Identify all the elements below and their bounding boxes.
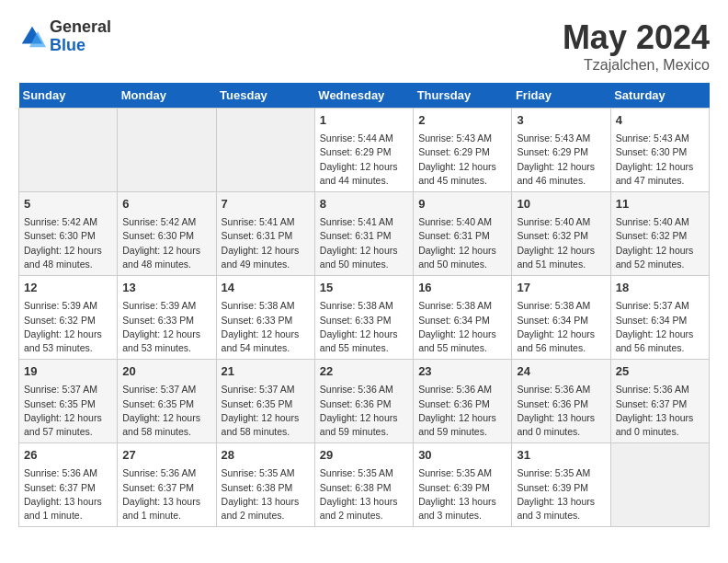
day-number: 22 [320, 363, 408, 380]
day-info: Sunrise: 5:42 AMSunset: 6:30 PMDaylight:… [122, 215, 210, 271]
day-number: 8 [320, 196, 408, 213]
calendar-cell: 9Sunrise: 5:40 AMSunset: 6:31 PMDaylight… [414, 192, 512, 276]
calendar-cell: 31Sunrise: 5:35 AMSunset: 6:39 PMDayligh… [512, 443, 610, 527]
calendar-cell: 7Sunrise: 5:41 AMSunset: 6:31 PMDaylight… [216, 192, 314, 276]
day-info: Sunrise: 5:43 AMSunset: 6:29 PMDaylight:… [517, 132, 605, 188]
logo-general-text: General [50, 18, 111, 37]
day-info: Sunrise: 5:36 AMSunset: 6:36 PMDaylight:… [320, 383, 408, 439]
calendar-cell: 10Sunrise: 5:40 AMSunset: 6:32 PMDayligh… [512, 192, 610, 276]
day-info: Sunrise: 5:35 AMSunset: 6:39 PMDaylight:… [517, 466, 605, 523]
day-info: Sunrise: 5:39 AMSunset: 6:33 PMDaylight:… [122, 299, 210, 355]
logo-icon [18, 23, 46, 51]
day-info: Sunrise: 5:43 AMSunset: 6:29 PMDaylight:… [418, 132, 506, 188]
calendar-cell: 5Sunrise: 5:42 AMSunset: 6:30 PMDaylight… [19, 192, 118, 276]
day-info: Sunrise: 5:41 AMSunset: 6:31 PMDaylight:… [320, 215, 408, 271]
calendar-cell: 26Sunrise: 5:36 AMSunset: 6:37 PMDayligh… [19, 443, 118, 527]
day-number: 21 [222, 363, 310, 380]
day-info: Sunrise: 5:37 AMSunset: 6:35 PMDaylight:… [122, 383, 210, 439]
week-row-2: 5Sunrise: 5:42 AMSunset: 6:30 PMDaylight… [19, 192, 710, 276]
calendar-cell: 30Sunrise: 5:35 AMSunset: 6:39 PMDayligh… [414, 443, 512, 527]
day-info: Sunrise: 5:38 AMSunset: 6:34 PMDaylight:… [517, 299, 605, 355]
day-number: 20 [122, 363, 210, 380]
day-info: Sunrise: 5:42 AMSunset: 6:30 PMDaylight:… [24, 215, 112, 271]
day-number: 12 [24, 280, 112, 296]
calendar-header: SundayMondayTuesdayWednesdayThursdayFrid… [19, 83, 710, 109]
day-info: Sunrise: 5:35 AMSunset: 6:38 PMDaylight:… [222, 466, 310, 523]
calendar-cell: 3Sunrise: 5:43 AMSunset: 6:29 PMDaylight… [512, 109, 610, 192]
calendar-cell: 27Sunrise: 5:36 AMSunset: 6:37 PMDayligh… [118, 443, 216, 527]
calendar-table: SundayMondayTuesdayWednesdayThursdayFrid… [18, 83, 710, 527]
day-number: 3 [517, 112, 605, 129]
day-info: Sunrise: 5:43 AMSunset: 6:30 PMDaylight:… [616, 132, 704, 188]
header-day-sunday: Sunday [19, 83, 118, 109]
header-day-friday: Friday [512, 83, 610, 109]
day-info: Sunrise: 5:36 AMSunset: 6:37 PMDaylight:… [616, 383, 704, 439]
calendar-cell: 16Sunrise: 5:38 AMSunset: 6:34 PMDayligh… [414, 276, 512, 360]
day-number: 28 [222, 447, 310, 464]
header-day-saturday: Saturday [610, 83, 709, 109]
day-info: Sunrise: 5:40 AMSunset: 6:32 PMDaylight:… [517, 215, 605, 271]
day-number: 23 [418, 363, 506, 380]
day-number: 19 [24, 363, 112, 380]
day-number: 2 [418, 112, 506, 129]
day-info: Sunrise: 5:37 AMSunset: 6:35 PMDaylight:… [24, 383, 112, 439]
day-number: 17 [517, 280, 605, 296]
day-number: 10 [517, 196, 605, 213]
day-info: Sunrise: 5:38 AMSunset: 6:33 PMDaylight:… [320, 299, 408, 355]
page-header: General Blue May 2024 Tzajalchen, Mexico [18, 18, 710, 74]
day-number: 14 [222, 280, 310, 296]
day-number: 15 [320, 280, 408, 296]
calendar-cell: 14Sunrise: 5:38 AMSunset: 6:33 PMDayligh… [216, 276, 314, 360]
day-info: Sunrise: 5:36 AMSunset: 6:36 PMDaylight:… [418, 383, 506, 439]
day-info: Sunrise: 5:38 AMSunset: 6:33 PMDaylight:… [222, 299, 310, 355]
day-info: Sunrise: 5:40 AMSunset: 6:32 PMDaylight:… [616, 215, 704, 271]
calendar-cell: 22Sunrise: 5:36 AMSunset: 6:36 PMDayligh… [314, 360, 413, 443]
calendar-cell: 12Sunrise: 5:39 AMSunset: 6:32 PMDayligh… [19, 276, 118, 360]
day-info: Sunrise: 5:38 AMSunset: 6:34 PMDaylight:… [418, 299, 506, 355]
calendar-cell: 6Sunrise: 5:42 AMSunset: 6:30 PMDaylight… [118, 192, 216, 276]
day-number: 7 [222, 196, 310, 213]
day-number: 24 [517, 363, 605, 380]
day-number: 27 [122, 447, 210, 464]
day-info: Sunrise: 5:39 AMSunset: 6:32 PMDaylight:… [24, 299, 112, 355]
location: Tzajalchen, Mexico [563, 57, 710, 74]
day-info: Sunrise: 5:36 AMSunset: 6:36 PMDaylight:… [517, 383, 605, 439]
calendar-cell: 18Sunrise: 5:37 AMSunset: 6:34 PMDayligh… [610, 276, 709, 360]
day-info: Sunrise: 5:36 AMSunset: 6:37 PMDaylight:… [122, 466, 210, 523]
calendar-cell: 2Sunrise: 5:43 AMSunset: 6:29 PMDaylight… [414, 109, 512, 192]
day-info: Sunrise: 5:41 AMSunset: 6:31 PMDaylight:… [222, 215, 310, 271]
day-number: 11 [616, 196, 704, 213]
week-row-3: 12Sunrise: 5:39 AMSunset: 6:32 PMDayligh… [19, 276, 710, 360]
day-info: Sunrise: 5:37 AMSunset: 6:34 PMDaylight:… [616, 299, 704, 355]
day-number: 26 [24, 447, 112, 464]
day-number: 9 [418, 196, 506, 213]
calendar-body: 1Sunrise: 5:44 AMSunset: 6:29 PMDaylight… [19, 109, 710, 527]
header-day-tuesday: Tuesday [216, 83, 314, 109]
calendar-cell [118, 109, 216, 192]
logo-blue-text: Blue [50, 37, 111, 55]
day-number: 30 [418, 447, 506, 464]
day-number: 6 [122, 196, 210, 213]
calendar-cell: 24Sunrise: 5:36 AMSunset: 6:36 PMDayligh… [512, 360, 610, 443]
day-number: 5 [24, 196, 112, 213]
logo-text: General Blue [50, 18, 111, 55]
day-info: Sunrise: 5:40 AMSunset: 6:31 PMDaylight:… [418, 215, 506, 271]
calendar-cell [610, 443, 709, 527]
calendar-cell: 28Sunrise: 5:35 AMSunset: 6:38 PMDayligh… [216, 443, 314, 527]
calendar-cell [216, 109, 314, 192]
week-row-4: 19Sunrise: 5:37 AMSunset: 6:35 PMDayligh… [19, 360, 710, 443]
calendar-cell: 1Sunrise: 5:44 AMSunset: 6:29 PMDaylight… [314, 109, 413, 192]
title-block: May 2024 Tzajalchen, Mexico [563, 18, 710, 74]
calendar-cell: 25Sunrise: 5:36 AMSunset: 6:37 PMDayligh… [610, 360, 709, 443]
month-title: May 2024 [563, 18, 710, 57]
calendar-cell: 4Sunrise: 5:43 AMSunset: 6:30 PMDaylight… [610, 109, 709, 192]
calendar-cell: 17Sunrise: 5:38 AMSunset: 6:34 PMDayligh… [512, 276, 610, 360]
calendar-cell: 19Sunrise: 5:37 AMSunset: 6:35 PMDayligh… [19, 360, 118, 443]
day-info: Sunrise: 5:36 AMSunset: 6:37 PMDaylight:… [24, 466, 112, 523]
calendar-cell: 13Sunrise: 5:39 AMSunset: 6:33 PMDayligh… [118, 276, 216, 360]
day-number: 4 [616, 112, 704, 129]
calendar-cell [19, 109, 118, 192]
week-row-1: 1Sunrise: 5:44 AMSunset: 6:29 PMDaylight… [19, 109, 710, 192]
day-info: Sunrise: 5:37 AMSunset: 6:35 PMDaylight:… [222, 383, 310, 439]
calendar-cell: 21Sunrise: 5:37 AMSunset: 6:35 PMDayligh… [216, 360, 314, 443]
